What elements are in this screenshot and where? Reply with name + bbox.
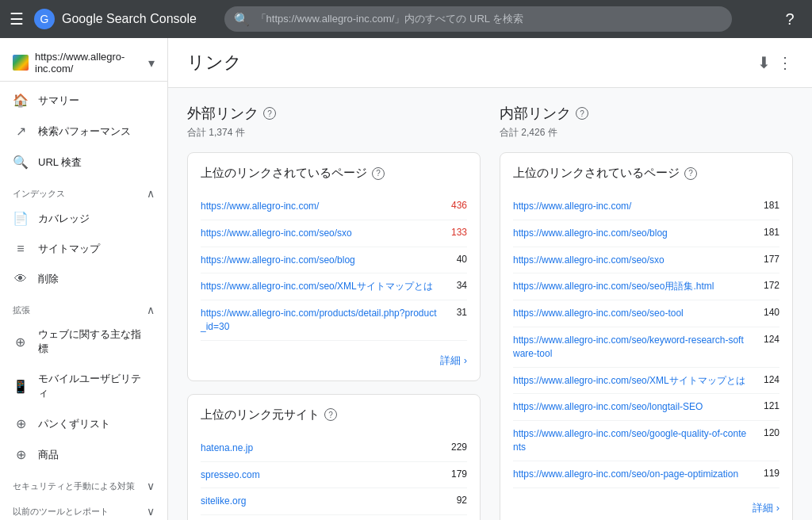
sidebar-item-removal[interactable]: 👁 削除 (0, 264, 161, 294)
external-top-pages-title: 上位のリンクされているページ ? (201, 166, 467, 181)
internal-detail-chevron-icon: › (776, 502, 779, 514)
site-icon (13, 55, 29, 71)
home-icon: 🏠 (13, 93, 29, 108)
sidebar-item-summary[interactable]: 🏠 サマリー (0, 85, 161, 116)
int-page-url-2[interactable]: https://www.allegro-inc.com/seo/sxo (513, 254, 749, 267)
int-page-url-3[interactable]: https://www.allegro-inc.com/seo/seo用語集.h… (513, 280, 749, 293)
int-page-count-3: 172 (756, 280, 779, 291)
int-page-url-4[interactable]: https://www.allegro-inc.com/seo/seo-tool (513, 307, 749, 320)
sidebar-item-products[interactable]: ⊕ 商品 (0, 439, 161, 470)
sidebar-label-removal: 削除 (38, 272, 59, 286)
sidebar: https://www.allegro-inc.com/ ▾ 🏠 サマリー ↗ … (0, 38, 168, 520)
sidebar-item-sitemap[interactable]: ≡ サイトマップ (0, 234, 161, 264)
ext-src-row-3: seo-composer.com 55 (201, 515, 467, 520)
ext-page-url-3[interactable]: https://www.allegro-inc.com/seo/XMLサイトマッ… (201, 280, 437, 293)
site-selector[interactable]: https://www.allegro-inc.com/ ▾ (0, 44, 167, 82)
internal-top-pages-title: 上位のリンクされているページ ? (513, 166, 779, 181)
int-page-url-9[interactable]: https://www.allegro-inc.com/seo/on-page-… (513, 468, 749, 481)
int-page-count-7: 121 (756, 400, 779, 411)
ext-src-url-2[interactable]: sitelike.org (201, 495, 437, 508)
site-dropdown-icon: ▾ (148, 55, 155, 71)
ext-page-row-0: https://www.allegro-inc.com/ 436 (201, 193, 467, 220)
section-enhance-arrow: ∧ (147, 304, 155, 316)
sidebar-item-search-performance[interactable]: ↗ 検索パフォーマンス (0, 116, 161, 147)
ext-page-url-4[interactable]: https://www.allegro-inc.com/products/det… (201, 307, 437, 334)
sidebar-item-mobile-usability[interactable]: 📱 モバイルユーザビリティ (0, 364, 161, 408)
external-top-pages-detail-link[interactable]: 詳細 › (201, 347, 467, 368)
sidebar-label-coverage: カバレッジ (38, 212, 90, 226)
search-bar[interactable]: 🔍 「https://www.allegro-inc.com/」内のすべての U… (224, 6, 732, 32)
int-page-row-9: https://www.allegro-inc.com/seo/on-page-… (513, 461, 779, 488)
sidebar-item-coverage[interactable]: 📄 カバレッジ (0, 203, 161, 234)
ext-page-url-2[interactable]: https://www.allegro-inc.com/seo/blog (201, 254, 437, 267)
magnify-icon: 🔍 (13, 155, 29, 170)
section-legacy-arrow: ∨ (147, 505, 155, 518)
int-page-url-5[interactable]: https://www.allegro-inc.com/seo/keyword-… (513, 334, 749, 361)
app-title: Google Search Console (62, 12, 197, 26)
internal-links-column: 内部リンク ? 合計 2,426 件 上位のリンクされているページ ? http… (500, 104, 793, 520)
trending-icon: ↗ (13, 124, 29, 139)
external-links-title: 外部リンク ? (187, 104, 481, 123)
search-icon: 🔍 (234, 12, 250, 27)
page-header: リンク ⬇ ⋮ (168, 38, 812, 88)
ext-src-row-2: sitelike.org 92 (201, 488, 467, 515)
ext-page-count-4: 31 (443, 307, 467, 318)
more-button[interactable]: ⋮ (777, 53, 793, 72)
section-security-arrow: ∨ (147, 480, 155, 492)
ext-src-url-1[interactable]: spresseo.com (201, 468, 437, 482)
external-top-pages-help-icon[interactable]: ? (372, 167, 385, 180)
section-security-label: セキュリティと手動による対策 (13, 480, 135, 492)
ext-src-url-0[interactable]: hatena.ne.jp (201, 442, 437, 455)
section-legacy: 以前のツールとレポート ∨ (0, 495, 167, 520)
section-enhance: 拡張 ∧ (0, 294, 167, 319)
int-page-count-1: 181 (756, 227, 779, 238)
external-top-sources-help-icon[interactable]: ? (324, 408, 337, 421)
int-page-row-5: https://www.allegro-inc.com/seo/keyword-… (513, 327, 779, 368)
external-top-sources-title: 上位のリンク元サイト ? (201, 407, 467, 422)
section-index-label: インデックス (13, 188, 65, 200)
download-button[interactable]: ⬇ (757, 53, 771, 72)
sidebar-label-products: 商品 (38, 448, 59, 462)
menu-icon[interactable]: ☰ (10, 10, 24, 29)
ext-src-row-0: hatena.ne.jp 229 (201, 435, 467, 462)
external-links-help-icon[interactable]: ? (263, 107, 276, 120)
help-button[interactable]: ? (777, 6, 802, 32)
int-page-url-6[interactable]: https://www.allegro-inc.com/seo/XMLサイトマッ… (513, 374, 749, 388)
page-title: リンク (187, 51, 242, 75)
int-page-url-0[interactable]: https://www.allegro-inc.com/ (513, 200, 749, 213)
ext-page-count-0: 436 (443, 200, 467, 211)
ext-page-url-0[interactable]: https://www.allegro-inc.com/ (201, 200, 437, 213)
ext-page-row-4: https://www.allegro-inc.com/products/det… (201, 300, 467, 341)
internal-links-title: 内部リンク ? (500, 104, 793, 123)
removal-icon: 👁 (13, 272, 29, 286)
sidebar-item-url-inspection[interactable]: 🔍 URL 検査 (0, 147, 161, 178)
sidebar-label-mobile-usability: モバイルユーザビリティ (38, 372, 148, 400)
section-security: セキュリティと手動による対策 ∨ (0, 470, 167, 495)
section-legacy-label: 以前のツールとレポート (13, 506, 109, 518)
int-page-count-6: 124 (756, 374, 779, 385)
int-page-url-8[interactable]: https://www.allegro-inc.com/seo/google-q… (513, 427, 749, 454)
internal-top-pages-card: 上位のリンクされているページ ? https://www.allegro-inc… (500, 152, 793, 520)
products-icon: ⊕ (13, 447, 29, 462)
int-page-url-7[interactable]: https://www.allegro-inc.com/seo/longtail… (513, 400, 749, 414)
internal-top-pages-help-icon[interactable]: ? (684, 167, 697, 180)
page-actions: ⬇ ⋮ (757, 53, 793, 72)
external-links-count: 合計 1,374 件 (187, 126, 481, 140)
ext-page-row-2: https://www.allegro-inc.com/seo/blog 40 (201, 247, 467, 274)
sidebar-item-breadcrumbs[interactable]: ⊕ パンくずリスト (0, 408, 161, 439)
search-text: 「https://www.allegro-inc.com/」内のすべての URL… (256, 12, 722, 26)
int-page-row-3: https://www.allegro-inc.com/seo/seo用語集.h… (513, 273, 779, 300)
sidebar-item-web-vitals[interactable]: ⊕ ウェブに関する主な指標 (0, 319, 161, 364)
vitals-icon: ⊕ (13, 335, 29, 350)
internal-links-header: 内部リンク ? 合計 2,426 件 (500, 104, 793, 140)
external-links-header: 外部リンク ? 合計 1,374 件 (187, 104, 481, 140)
mobile-icon: 📱 (13, 379, 29, 394)
sidebar-label-sitemap: サイトマップ (38, 242, 100, 256)
internal-top-pages-detail-link[interactable]: 詳細 › (513, 495, 779, 515)
int-page-url-1[interactable]: https://www.allegro-inc.com/seo/blog (513, 227, 749, 240)
layout: https://www.allegro-inc.com/ ▾ 🏠 サマリー ↗ … (0, 38, 812, 520)
int-page-count-2: 177 (756, 254, 779, 265)
section-index-arrow: ∧ (147, 187, 155, 200)
ext-page-url-1[interactable]: https://www.allegro-inc.com/seo/sxo (201, 227, 437, 240)
internal-links-help-icon[interactable]: ? (576, 107, 588, 120)
